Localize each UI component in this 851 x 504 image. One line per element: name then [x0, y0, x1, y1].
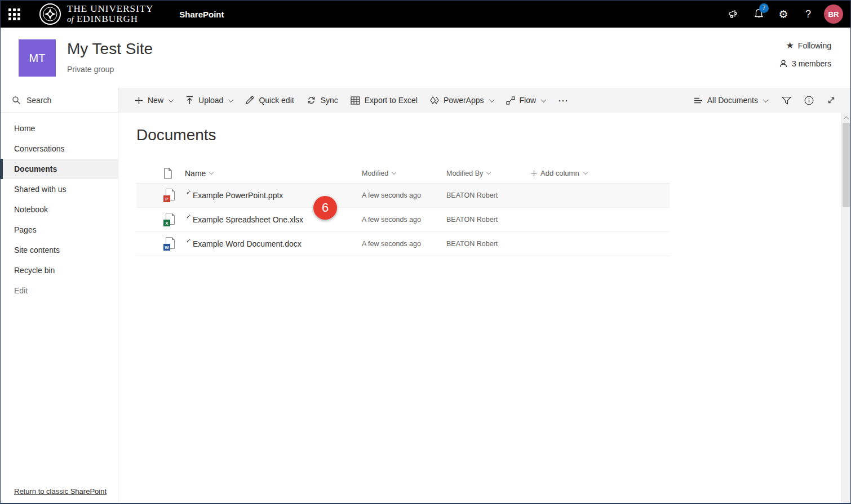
new-item-glimmer-icon: [185, 214, 191, 220]
scrollbar-thumb[interactable]: [843, 123, 850, 207]
content-region: New Upload Quick edit Sync: [118, 88, 850, 503]
settings-gear-icon[interactable]: ⚙: [771, 1, 796, 28]
members-label: 3 members: [792, 59, 831, 68]
export-to-excel-button[interactable]: Export to Excel: [344, 88, 424, 113]
chevron-down-icon: [209, 170, 214, 175]
sidebar-item-recycle-bin[interactable]: Recycle bin: [1, 260, 118, 280]
search-input[interactable]: Search: [1, 88, 118, 113]
powerapps-button[interactable]: PowerApps: [424, 88, 500, 113]
logo-line2: EDINBURGH: [77, 14, 138, 24]
star-icon: ★: [786, 41, 794, 50]
modified-by-column-header[interactable]: Modified By: [446, 170, 531, 177]
command-bar-right: All Documents: [688, 88, 850, 113]
sidebar-item-notebook[interactable]: Notebook: [1, 199, 118, 220]
sidebar-item-site-contents[interactable]: Site contents: [1, 240, 118, 260]
pencil-icon: [245, 96, 254, 105]
scroll-up-button[interactable]: [841, 113, 850, 122]
sidebar-item-shared-with-us[interactable]: Shared with us: [1, 179, 118, 199]
flow-button[interactable]: Flow: [500, 88, 552, 113]
word-file-icon: W: [163, 237, 175, 251]
sidebar-item-conversations[interactable]: Conversations: [1, 139, 118, 159]
members-button[interactable]: 3 members: [779, 59, 831, 68]
chevron-down-icon: [583, 170, 587, 175]
app-launcher-waffle-icon[interactable]: [1, 1, 28, 28]
sidebar-item-documents[interactable]: Documents: [1, 159, 118, 179]
university-crest-icon: [39, 3, 61, 25]
user-avatar[interactable]: BR: [824, 5, 843, 24]
page-body: Search Home Conversations Documents Shar…: [1, 88, 850, 503]
ellipsis-icon: ⋯: [558, 95, 569, 106]
modified-cell: A few seconds ago: [362, 240, 446, 248]
chevron-down-icon: [541, 97, 547, 102]
table-header-row: Name Modified Modified By: [136, 163, 670, 184]
add-column-button[interactable]: Add column: [531, 169, 670, 177]
name-column-header[interactable]: Name: [185, 169, 362, 178]
megaphone-icon[interactable]: [721, 1, 746, 28]
following-label: Following: [798, 41, 831, 50]
file-link[interactable]: Example Word Document.docx: [185, 239, 362, 248]
upload-button[interactable]: Upload: [179, 88, 239, 113]
powerapps-icon: [430, 96, 439, 104]
expand-fullscreen-icon[interactable]: [821, 88, 841, 113]
university-logo-text: THE UNIVERSITY of EDINBURGH: [67, 4, 153, 24]
document-library: Documents Name Modified: [118, 113, 850, 503]
modified-by-cell[interactable]: BEATON Robert: [446, 240, 531, 248]
vertical-scrollbar[interactable]: [841, 113, 850, 503]
site-header: MT My Test Site Private group ★ Followin…: [1, 28, 850, 88]
modified-cell: A few seconds ago: [362, 191, 446, 199]
chevron-down-icon: [169, 97, 174, 102]
notifications-bell-icon[interactable]: 7: [746, 1, 771, 28]
site-title[interactable]: My Test Site: [67, 40, 153, 58]
excel-file-icon: X: [163, 213, 175, 226]
logo-line1: THE UNIVERSITY: [67, 4, 153, 14]
search-placeholder: Search: [26, 96, 51, 105]
more-commands-button[interactable]: ⋯: [552, 88, 575, 113]
help-icon[interactable]: ?: [796, 1, 821, 28]
file-link[interactable]: Example PowerPoint.pptx: [185, 191, 362, 200]
modified-column-header[interactable]: Modified: [362, 170, 446, 177]
site-logo-tile[interactable]: MT: [19, 39, 56, 77]
sidebar-item-home[interactable]: Home: [1, 118, 118, 139]
table-row[interactable]: X Example Spreadsheet One.xlsx A few sec…: [136, 208, 670, 232]
filter-icon[interactable]: [776, 88, 796, 113]
chevron-down-icon: [486, 170, 491, 175]
chevron-down-icon: [228, 97, 234, 102]
plus-icon: [135, 96, 143, 105]
excel-icon: [351, 96, 360, 105]
site-privacy-label: Private group: [67, 65, 114, 74]
top-bar-actions: 7 ⚙ ? BR: [721, 1, 850, 28]
table-row[interactable]: P Example PowerPoint.pptx A few seconds …: [136, 184, 670, 208]
flow-icon: [506, 96, 515, 105]
sidebar-item-pages[interactable]: Pages: [1, 220, 118, 240]
following-button[interactable]: ★ Following: [786, 41, 831, 50]
library-title: Documents: [136, 126, 216, 144]
person-icon: [779, 59, 788, 68]
quick-edit-button[interactable]: Quick edit: [239, 88, 300, 113]
sync-icon: [307, 96, 316, 105]
site-header-actions: ★ Following 3 members: [779, 41, 831, 68]
plus-icon: [531, 170, 537, 176]
modified-by-cell[interactable]: BEATON Robert: [446, 191, 531, 199]
powerpoint-file-icon: P: [163, 189, 175, 202]
document-icon: [163, 168, 172, 179]
documents-table: Name Modified Modified By: [136, 163, 670, 256]
chevron-down-icon: [763, 97, 769, 102]
modified-by-cell[interactable]: BEATON Robert: [446, 216, 531, 224]
new-button[interactable]: New: [128, 88, 179, 113]
upload-icon: [185, 96, 194, 105]
logo-of: of: [67, 15, 74, 24]
file-type-column-header[interactable]: [163, 168, 185, 179]
view-list-icon: [694, 97, 703, 104]
info-icon[interactable]: [799, 88, 819, 113]
return-to-classic-link[interactable]: Return to classic SharePoint: [14, 487, 107, 496]
sync-button[interactable]: Sync: [300, 88, 344, 113]
file-link[interactable]: Example Spreadsheet One.xlsx: [185, 215, 362, 224]
left-navigation: Search Home Conversations Documents Shar…: [1, 88, 118, 503]
notification-count-badge: 7: [759, 3, 769, 13]
annotation-step-badge: 6: [313, 196, 337, 220]
sharepoint-page: THE UNIVERSITY of EDINBURGH SharePoint 7…: [0, 0, 851, 504]
view-selector-button[interactable]: All Documents: [688, 88, 774, 113]
product-name: SharePoint: [179, 10, 224, 19]
table-row[interactable]: W Example Word Document.docx A few secon…: [136, 232, 670, 256]
sidebar-item-edit[interactable]: Edit: [1, 280, 118, 301]
